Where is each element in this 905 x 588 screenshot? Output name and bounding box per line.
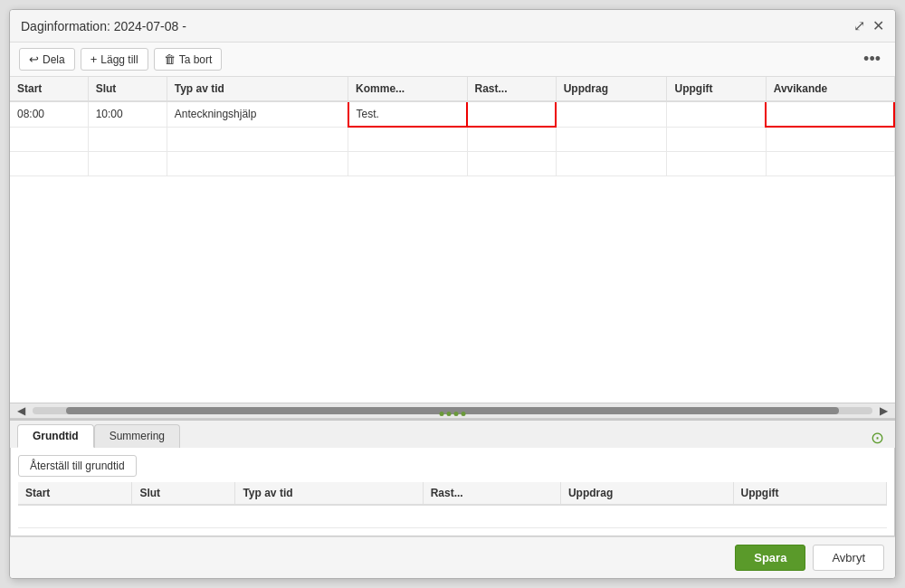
lagg-till-label: Lägg till: [100, 53, 138, 66]
cell-typ-av-tid[interactable]: Anteckningshjälp: [167, 101, 348, 127]
scroll-right-arrow[interactable]: ▶: [876, 404, 891, 417]
main-table-wrapper[interactable]: Start Slut Typ av tid Komme... Rast... U…: [10, 77, 895, 403]
grundtid-empty-row: [18, 505, 887, 528]
col-start: Start: [10, 77, 88, 101]
col-avvikande: Avvikande: [766, 77, 894, 101]
cell-start[interactable]: 08:00: [10, 101, 88, 127]
dialog-titlebar: Daginformation: 2024-07-08 - ⤢ ✕: [10, 10, 895, 43]
scroll-dot-2: [447, 412, 452, 416]
main-table: Start Slut Typ av tid Komme... Rast... U…: [10, 77, 895, 176]
ta-bort-label: Ta bort: [179, 53, 213, 66]
save-button[interactable]: Spara: [735, 545, 805, 571]
gt-col-uppgift: Uppgift: [733, 482, 886, 505]
scrollbar-track[interactable]: [33, 407, 872, 414]
lagg-till-button[interactable]: + Lägg till: [81, 48, 148, 71]
cell-uppgift[interactable]: [667, 101, 766, 127]
scroll-left-arrow[interactable]: ◀: [14, 404, 29, 417]
col-slut: Slut: [88, 77, 167, 101]
table-row: 08:00 10:00 Anteckningshjälp Test.: [10, 101, 894, 127]
gt-col-typ-av-tid: Typ av tid: [235, 482, 423, 505]
tab-grundtid[interactable]: Grundtid: [17, 424, 94, 448]
cell-uppdrag[interactable]: [556, 101, 667, 127]
table-row-empty-2: [10, 151, 894, 175]
grundtid-header-row: Start Slut Typ av tid Rast... Uppdrag Up…: [18, 482, 887, 505]
tab-collapse-icon[interactable]: ⊙: [871, 428, 888, 448]
expand-icon[interactable]: ⤢: [853, 17, 865, 34]
scroll-dot-1: [440, 412, 444, 416]
gt-col-rast: Rast...: [423, 482, 560, 505]
reset-grundtid-button[interactable]: Återställ till grundtid: [18, 455, 137, 477]
col-uppdrag: Uppdrag: [556, 77, 667, 101]
tab-summering[interactable]: Summering: [94, 424, 180, 448]
footer: Spara Avbryt: [10, 536, 895, 578]
more-options-button[interactable]: •••: [858, 48, 886, 71]
gt-col-uppdrag: Uppdrag: [560, 482, 733, 505]
col-typ-av-tid: Typ av tid: [167, 77, 348, 101]
tabs-left: Grundtid Summering: [17, 424, 180, 448]
dela-icon: ↩: [29, 52, 39, 66]
grundtid-action-bar: Återställ till grundtid: [18, 455, 887, 477]
titlebar-controls: ⤢ ✕: [853, 17, 884, 34]
table-header-row: Start Slut Typ av tid Komme... Rast... U…: [10, 77, 894, 101]
toolbar-left: ↩ Dela + Lägg till 🗑 Ta bort: [19, 48, 222, 71]
ta-bort-button[interactable]: 🗑 Ta bort: [154, 48, 223, 71]
main-table-area: Start Slut Typ av tid Komme... Rast... U…: [10, 77, 895, 419]
close-icon[interactable]: ✕: [872, 17, 884, 34]
toolbar: ↩ Dela + Lägg till 🗑 Ta bort •••: [10, 43, 895, 77]
cancel-button[interactable]: Avbryt: [813, 545, 884, 571]
horizontal-scrollbar[interactable]: ◀ ▶: [10, 403, 895, 419]
lagg-till-icon: +: [90, 52, 98, 66]
gt-col-start: Start: [18, 482, 132, 505]
grundtid-content: Återställ till grundtid Start Slut Typ a…: [10, 448, 895, 536]
grundtid-table: Start Slut Typ av tid Rast... Uppdrag Up…: [18, 482, 887, 528]
table-row-empty-1: [10, 127, 894, 151]
ta-bort-icon: 🗑: [164, 52, 176, 66]
cell-kommentar[interactable]: Test.: [348, 101, 467, 127]
col-uppgift: Uppgift: [667, 77, 766, 101]
bottom-panel: Grundtid Summering ⊙ Återställ till grun…: [10, 419, 895, 536]
tabs-bar: Grundtid Summering ⊙: [10, 421, 895, 448]
col-rast: Rast...: [467, 77, 556, 101]
scroll-dot-4: [462, 412, 466, 416]
cell-avvikande[interactable]: [766, 101, 894, 127]
main-dialog: Daginformation: 2024-07-08 - ⤢ ✕ ↩ Dela …: [9, 9, 896, 579]
dialog-title: Daginformation: 2024-07-08 -: [21, 19, 186, 33]
cell-rast[interactable]: [467, 101, 556, 127]
dela-label: Dela: [43, 53, 65, 66]
cell-slut[interactable]: 10:00: [88, 101, 167, 127]
gt-col-slut: Slut: [132, 482, 235, 505]
col-kommentar: Komme...: [348, 77, 467, 101]
scroll-dot-3: [454, 412, 459, 416]
scroll-dots: [440, 412, 466, 416]
dela-button[interactable]: ↩ Dela: [19, 48, 75, 71]
